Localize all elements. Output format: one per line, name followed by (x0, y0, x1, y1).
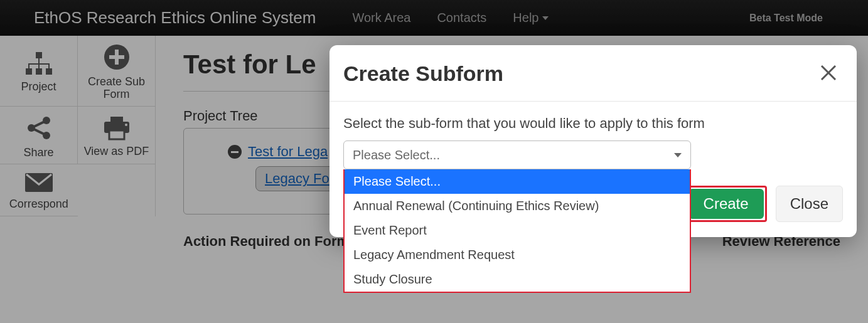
option-event-report[interactable]: Event Report (345, 218, 690, 243)
select-dropdown: Please Select... Annual Renewal (Continu… (343, 169, 691, 293)
modal-body: Select the sub-form that you would like … (330, 102, 857, 174)
create-subform-modal: Create Subform Select the sub-form that … (330, 45, 857, 237)
option-please-select[interactable]: Please Select... (345, 169, 690, 194)
create-button[interactable]: Create (689, 189, 764, 219)
chevron-down-icon (674, 153, 682, 157)
modal-title: Create Subform (343, 61, 503, 86)
option-legacy-amendment[interactable]: Legacy Amendment Request (345, 243, 690, 267)
close-icon[interactable] (819, 63, 838, 85)
create-button-highlight: Create (685, 186, 767, 222)
modal-prompt: Select the sub-form that you would like … (343, 115, 843, 132)
option-study-closure[interactable]: Study Closure (345, 267, 690, 292)
select-display[interactable]: Please Select... (343, 140, 691, 169)
option-annual-renewal[interactable]: Annual Renewal (Continuing Ethics Review… (345, 194, 690, 218)
close-button[interactable]: Close (776, 186, 843, 222)
subform-select[interactable]: Please Select... Please Select... Annual… (343, 140, 691, 169)
modal-header: Create Subform (330, 45, 857, 102)
select-value: Please Select... (353, 148, 440, 162)
